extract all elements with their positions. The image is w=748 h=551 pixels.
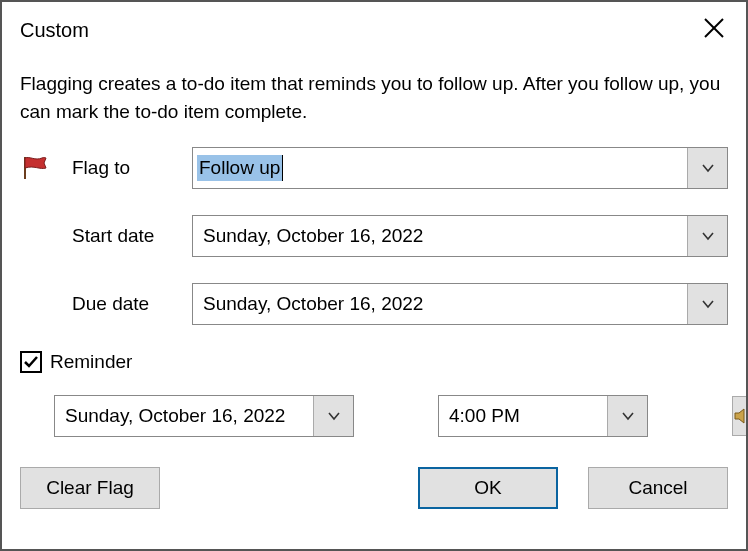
flag-icon-cell bbox=[20, 155, 72, 181]
chevron-down-icon bbox=[701, 231, 715, 241]
right-buttons: OK Cancel bbox=[418, 467, 728, 509]
start-date-label: Start date bbox=[72, 225, 192, 247]
close-icon bbox=[703, 17, 725, 39]
cancel-button[interactable]: Cancel bbox=[588, 467, 728, 509]
start-date-combo[interactable]: Sunday, October 16, 2022 bbox=[192, 215, 728, 257]
reminder-time-value: 4:00 PM bbox=[439, 396, 607, 436]
button-row: Clear Flag OK Cancel bbox=[20, 467, 728, 509]
reminder-checkbox[interactable] bbox=[20, 351, 42, 373]
dialog-content: Flagging creates a to-do item that remin… bbox=[2, 54, 746, 509]
description-text: Flagging creates a to-do item that remin… bbox=[20, 70, 728, 125]
flag-to-label: Flag to bbox=[72, 157, 192, 179]
chevron-down-icon bbox=[621, 411, 635, 421]
reminder-time-dropdown-button[interactable] bbox=[607, 396, 647, 436]
due-date-value: Sunday, October 16, 2022 bbox=[193, 284, 687, 324]
check-icon bbox=[23, 355, 39, 369]
reminder-date-combo[interactable]: Sunday, October 16, 2022 bbox=[54, 395, 354, 437]
ok-button[interactable]: OK bbox=[418, 467, 558, 509]
reminder-date-value: Sunday, October 16, 2022 bbox=[55, 396, 313, 436]
start-date-row: Start date Sunday, October 16, 2022 bbox=[20, 215, 728, 257]
start-date-value: Sunday, October 16, 2022 bbox=[193, 216, 687, 256]
due-date-dropdown-button[interactable] bbox=[687, 284, 727, 324]
reminder-sound-button[interactable] bbox=[732, 396, 748, 436]
flag-to-dropdown-button[interactable] bbox=[687, 148, 727, 188]
due-date-label: Due date bbox=[72, 293, 192, 315]
sound-icon bbox=[733, 406, 748, 426]
clear-flag-button[interactable]: Clear Flag bbox=[20, 467, 160, 509]
chevron-down-icon bbox=[701, 163, 715, 173]
start-date-dropdown-button[interactable] bbox=[687, 216, 727, 256]
flag-to-input[interactable]: Follow up bbox=[193, 148, 687, 188]
flag-to-row: Flag to Follow up bbox=[20, 147, 728, 189]
chevron-down-icon bbox=[701, 299, 715, 309]
reminder-label: Reminder bbox=[50, 351, 132, 373]
titlebar: Custom bbox=[2, 2, 746, 54]
chevron-down-icon bbox=[327, 411, 341, 421]
due-date-combo[interactable]: Sunday, October 16, 2022 bbox=[192, 283, 728, 325]
due-date-row: Due date Sunday, October 16, 2022 bbox=[20, 283, 728, 325]
flag-icon bbox=[20, 155, 50, 181]
flag-to-value: Follow up bbox=[197, 155, 283, 182]
reminder-detail-row: Sunday, October 16, 2022 4:00 PM bbox=[20, 395, 728, 437]
dialog-title: Custom bbox=[20, 19, 89, 42]
reminder-time-combo[interactable]: 4:00 PM bbox=[438, 395, 648, 437]
reminder-checkbox-row: Reminder bbox=[20, 351, 728, 373]
close-button[interactable] bbox=[700, 14, 728, 42]
reminder-date-dropdown-button[interactable] bbox=[313, 396, 353, 436]
flag-to-combo[interactable]: Follow up bbox=[192, 147, 728, 189]
